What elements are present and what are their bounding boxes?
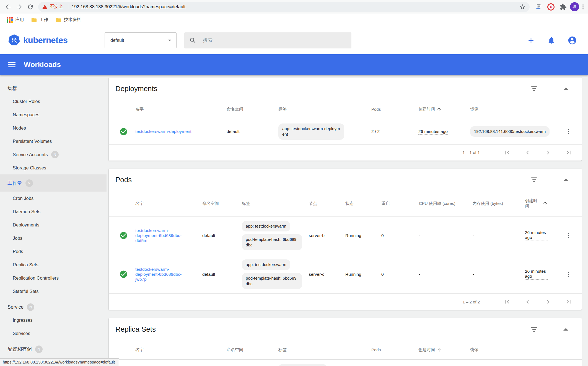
col-images[interactable]: 镜像 — [470, 107, 562, 112]
pod-status: Running — [345, 267, 381, 281]
more-vert-icon[interactable] — [566, 231, 571, 240]
pod-name-link[interactable]: testdockerswarm-deployment-6bd689dbc-dbt… — [135, 228, 184, 243]
notifications-bell-icon[interactable] — [547, 36, 555, 44]
col-name[interactable]: 名字 — [131, 107, 227, 112]
prev-page-icon[interactable] — [524, 298, 531, 305]
browser-menu-icon[interactable] — [581, 3, 585, 11]
new-badge: N — [51, 151, 59, 158]
new-badge: N — [35, 346, 43, 353]
next-page-icon[interactable] — [545, 149, 552, 156]
filter-icon[interactable] — [530, 176, 538, 183]
collapse-icon[interactable] — [563, 328, 568, 331]
sidebar-item-replica-sets[interactable]: Replica Sets — [0, 258, 107, 271]
browser-profile-avatar[interactable]: 珙 — [570, 2, 579, 11]
sidebar-section-service[interactable]: ServiceN — [0, 301, 107, 313]
sidebar-item-cron-jobs[interactable]: Cron Jobs — [0, 192, 107, 205]
search-input[interactable] — [203, 38, 346, 43]
col-namespace[interactable]: 命名空间 — [227, 107, 278, 112]
sidebar-item-daemon-sets[interactable]: Daemon Sets — [0, 205, 107, 218]
brand-name: kubernetes — [23, 35, 68, 45]
collapse-icon[interactable] — [563, 179, 568, 181]
col-pods[interactable]: Pods — [371, 347, 418, 352]
bookmark-apps[interactable]: 应用 — [4, 16, 26, 24]
col-images[interactable]: 镜像 — [470, 347, 562, 352]
new-badge: N — [27, 303, 34, 311]
more-vert-icon[interactable] — [566, 127, 571, 136]
brand[interactable]: kubernetes — [8, 34, 105, 47]
sidebar-section-config-storage[interactable]: 配置和存储N — [0, 343, 107, 355]
more-vert-icon[interactable] — [566, 270, 571, 279]
col-namespace[interactable]: 命名空间 — [202, 201, 242, 206]
label-chip: app: testdockerswarm — [242, 221, 290, 231]
col-namespace[interactable]: 命名空间 — [227, 347, 278, 352]
deployment-name-link[interactable]: testdockerswarm-deployment — [135, 129, 191, 134]
back-icon[interactable] — [3, 1, 14, 12]
sidebar-item-ingresses[interactable]: Ingresses — [0, 313, 107, 327]
deployments-title: Deployments — [115, 84, 157, 93]
col-name[interactable]: 名字 — [131, 347, 227, 352]
sidebar-item-jobs[interactable]: Jobs — [0, 231, 107, 245]
col-labels[interactable]: 标签 — [242, 201, 309, 206]
deployment-row: testdockerswarm-deployment default app: … — [109, 119, 582, 145]
first-page-icon[interactable] — [504, 298, 511, 305]
bookmark-folder-tech[interactable]: 技术资料 — [53, 16, 83, 24]
forward-icon[interactable] — [14, 1, 25, 12]
video-speed-extension-icon[interactable]: » — [546, 2, 556, 12]
col-cpu[interactable]: CPU 使用率 (cores) — [419, 201, 473, 206]
col-memory[interactable]: 内存使用 (bytes) — [473, 201, 525, 206]
sidebar-item-cluster-roles[interactable]: Cluster Roles — [0, 95, 107, 108]
bookmark-star-icon[interactable] — [519, 4, 526, 10]
sidebar-item-service-accounts[interactable]: Service AccountsN — [0, 148, 107, 161]
create-plus-icon[interactable] — [527, 36, 535, 45]
sidebar-item-pods[interactable]: Pods — [0, 245, 107, 258]
extensions-puzzle-icon[interactable] — [558, 2, 568, 12]
notes-extension-icon[interactable] — [533, 2, 544, 12]
sort-arrow-icon — [543, 201, 548, 206]
col-status[interactable]: 状态 — [345, 201, 381, 206]
col-labels[interactable]: 标签 — [278, 107, 371, 112]
deployment-namespace: default — [227, 125, 278, 138]
sidebar-item-replication-controllers[interactable]: Replication Controllers — [0, 271, 107, 285]
account-icon[interactable] — [568, 36, 577, 45]
address-bar[interactable]: 不安全 192.168.88.138:30221/#/workloads?nam… — [38, 2, 530, 12]
bookmark-label: 工作 — [40, 17, 48, 23]
filter-icon[interactable] — [530, 85, 538, 92]
col-restarts[interactable]: 重启 — [381, 201, 419, 206]
sidebar-item-persistent-volumes[interactable]: Persistent Volumes — [0, 135, 107, 148]
last-page-icon[interactable] — [565, 149, 572, 156]
col-created[interactable]: 创建时间 — [418, 107, 470, 112]
col-node[interactable]: 节点 — [309, 201, 345, 206]
pod-name-link[interactable]: testdockerswarm-deployment-6bd689dbc-jwb… — [135, 267, 184, 282]
col-created[interactable]: 创建时间 — [525, 198, 562, 209]
menu-icon[interactable] — [8, 61, 15, 68]
security-warning-label[interactable]: 不安全 — [50, 4, 63, 10]
prev-page-icon[interactable] — [524, 149, 531, 156]
sidebar-item-namespaces[interactable]: Namespaces — [0, 108, 107, 121]
col-name[interactable]: 名字 — [131, 201, 202, 206]
filter-icon[interactable] — [530, 326, 538, 333]
col-labels[interactable]: 标签 — [278, 347, 371, 352]
sidebar-item-services[interactable]: Services — [0, 327, 107, 340]
sidebar: 集群 Cluster Roles Namespaces Nodes Persis… — [0, 75, 107, 366]
bookmark-folder-work[interactable]: 工作 — [29, 16, 50, 24]
browser-actions: » 珙 — [533, 2, 585, 12]
pod-restarts: 0 — [381, 267, 419, 281]
search-bar[interactable] — [184, 32, 351, 48]
pod-restarts: 0 — [381, 229, 419, 243]
namespace-selector[interactable]: default — [105, 32, 177, 48]
reload-icon[interactable] — [25, 1, 36, 12]
sidebar-section-cluster[interactable]: 集群 — [0, 82, 107, 95]
collapse-icon[interactable] — [563, 87, 568, 90]
next-page-icon[interactable] — [545, 298, 552, 305]
col-created[interactable]: 创建时间 — [418, 347, 470, 352]
sidebar-item-nodes[interactable]: Nodes — [0, 121, 107, 135]
first-page-icon[interactable] — [504, 149, 511, 156]
last-page-icon[interactable] — [565, 298, 572, 305]
sidebar-item-stateful-sets[interactable]: Stateful Sets — [0, 285, 107, 298]
col-pods[interactable]: Pods — [371, 107, 418, 112]
sidebar-item-storage-classes[interactable]: Storage Classes — [0, 161, 107, 174]
pagination-range: 1 – 2 of 2 — [462, 300, 480, 304]
url-text[interactable]: 192.168.88.138:30221/#/workloads?namespa… — [72, 4, 519, 9]
sidebar-item-deployments[interactable]: Deployments — [0, 218, 107, 231]
sidebar-section-workloads[interactable]: 工作量N — [0, 174, 107, 192]
